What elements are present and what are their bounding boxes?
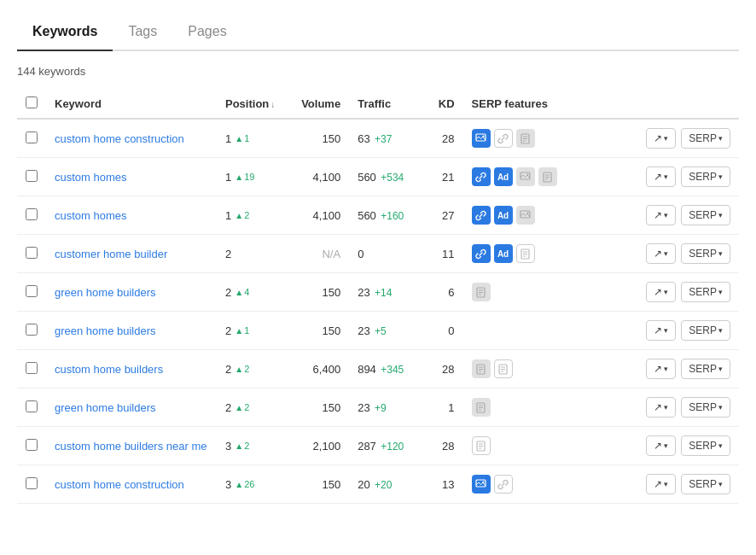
trend-button[interactable]: ↗▾ [646,474,676,494]
row-checkbox[interactable] [26,247,38,259]
change-value: 2 [244,364,249,374]
tab-tags[interactable]: Tags [113,14,172,51]
serp-label: SERP [689,132,717,144]
row-checkbox[interactable] [26,208,38,220]
serp-features-cell [463,273,629,312]
trend-dropdown-arrow: ▾ [664,365,668,373]
serp-button[interactable]: SERP▾ [681,320,730,341]
traffic-change: +345 [378,364,404,376]
position-change: ▲1 [235,133,249,143]
volume-cell: 4,100 [293,196,349,235]
trend-button[interactable]: ↗▾ [646,205,676,225]
traffic-number: 287 [358,440,376,453]
trend-icon: ↗ [654,171,662,183]
position-change: ▲4 [235,287,249,297]
traffic-number: 23 [358,324,369,337]
serp-button[interactable]: SERP▾ [681,166,730,187]
change-value: 1 [244,133,249,143]
serp-icons-group: Ad [472,167,620,186]
keyword-link[interactable]: custom home construction [55,132,184,145]
volume-cell: 150 [293,273,349,312]
trend-button[interactable]: ↗▾ [646,359,676,379]
volume-cell: 150 [293,312,349,350]
serp-icons-group [472,398,620,417]
row-checkbox[interactable] [26,439,38,451]
serp-button[interactable]: SERP▾ [681,397,730,418]
row-checkbox[interactable] [26,285,38,297]
row-checkbox[interactable] [26,324,38,336]
kd-cell: 13 [425,465,463,504]
serp-button[interactable]: SERP▾ [681,128,730,149]
serp-button[interactable]: SERP▾ [681,359,730,379]
trend-icon: ↗ [654,440,662,452]
trend-dropdown-arrow: ▾ [664,288,668,296]
serp-button[interactable]: SERP▾ [681,205,730,225]
serp-features-cell [463,312,629,350]
trend-button[interactable]: ↗▾ [646,282,676,302]
th-volume: Volume [293,90,349,119]
trend-button[interactable]: ↗▾ [646,320,676,341]
keyword-link[interactable]: custom homes [55,171,127,184]
serp-features-cell [463,465,629,504]
arrow-up-icon: ▲ [235,480,243,489]
position-change: ▲2 [235,210,249,220]
table-row: custom home builders2▲26,400894 +34528↗▾… [17,350,739,388]
position-cell: 1▲19 [225,171,284,184]
actions-cell: ↗▾SERP▾ [629,465,739,504]
actions-cell: ↗▾SERP▾ [629,350,739,388]
th-position[interactable]: Position↓ [217,90,293,119]
serp-button[interactable]: SERP▾ [681,243,730,264]
row-checkbox[interactable] [26,362,38,374]
volume-cell: 150 [293,119,349,158]
row-checkbox[interactable] [26,477,38,489]
trend-button[interactable]: ↗▾ [646,243,676,264]
row-checkbox[interactable] [26,170,38,182]
trend-dropdown-arrow: ▾ [664,441,668,450]
keyword-link[interactable]: green home builders [55,286,156,299]
keyword-link[interactable]: customer home builder [55,248,167,260]
serp-icon-link [472,167,491,186]
serp-button[interactable]: SERP▾ [681,282,730,302]
traffic-change: +20 [372,479,393,491]
trend-button[interactable]: ↗▾ [646,435,676,456]
action-buttons: ↗▾SERP▾ [637,166,730,187]
keyword-link[interactable]: custom home builders near me [55,440,206,453]
serp-icon-doc-gray [538,167,557,186]
serp-icon-image [472,475,491,494]
trend-dropdown-arrow: ▾ [664,211,668,219]
trend-icon: ↗ [654,363,662,375]
trend-button[interactable]: ↗▾ [646,397,676,418]
keyword-link[interactable]: custom homes [55,209,127,222]
th-actions [629,90,739,119]
position-cell: 2▲2 [225,363,284,376]
tab-keywords[interactable]: Keywords [17,14,113,51]
row-checkbox[interactable] [26,131,38,143]
select-all-checkbox[interactable] [26,96,38,108]
arrow-up-icon: ▲ [235,288,243,297]
tab-pages[interactable]: Pages [172,14,241,51]
trend-button[interactable]: ↗▾ [646,128,676,149]
keyword-link[interactable]: green home builders [55,401,156,414]
keyword-link[interactable]: custom home construction [55,478,184,491]
serp-icon-image-gray [516,167,535,186]
kd-cell: 28 [425,119,463,158]
volume-cell: 4,100 [293,158,349,196]
traffic-cell: 23 +14 [349,273,425,312]
serp-label: SERP [689,363,717,375]
serp-icon-image-gray [516,206,535,225]
serp-icons-group: Ad [472,206,620,225]
actions-cell: ↗▾SERP▾ [629,235,739,273]
keyword-link[interactable]: custom home builders [55,363,163,376]
row-checkbox[interactable] [26,400,38,412]
position-change: ▲1 [235,325,249,336]
trend-button[interactable]: ↗▾ [646,166,676,187]
trend-dropdown-arrow: ▾ [664,480,668,488]
traffic-cell: 23 +9 [349,388,425,427]
keyword-link[interactable]: green home builders [55,324,156,337]
serp-icons-group [472,436,620,455]
serp-button[interactable]: SERP▾ [681,474,730,494]
serp-dropdown-arrow: ▾ [718,441,723,450]
serp-button[interactable]: SERP▾ [681,435,730,456]
arrow-up-icon: ▲ [235,326,243,336]
serp-icons-group [472,283,620,301]
